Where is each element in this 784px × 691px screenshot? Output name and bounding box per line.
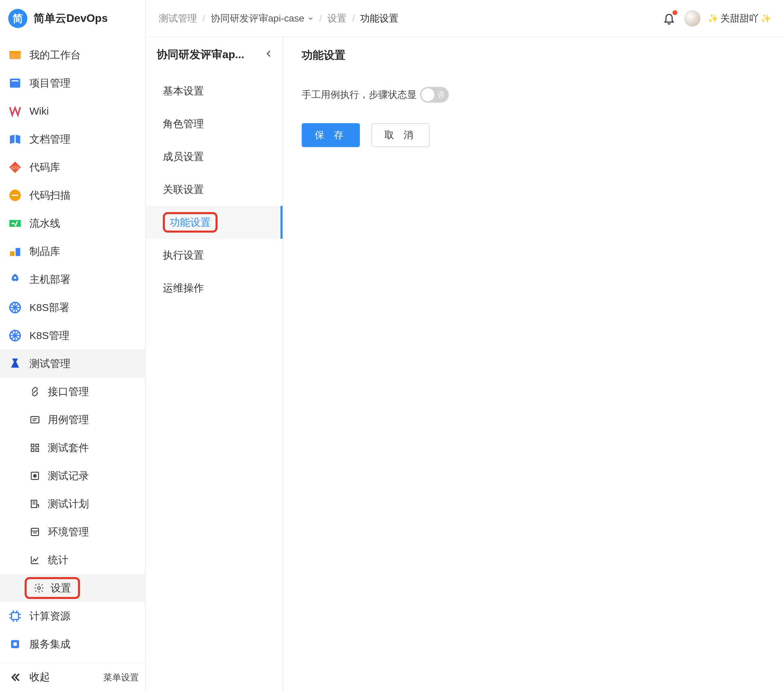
sidebar-item-label: K8S管理 xyxy=(30,329,69,343)
docs-icon xyxy=(8,132,22,146)
sidebar-item-scan[interactable]: 代码扫描 xyxy=(0,181,145,209)
settings-item-label: 关联设置 xyxy=(163,183,204,197)
sidebar-item-label: 设置 xyxy=(51,581,71,595)
form-area: 功能设置 手工用例执行，步骤状态显 否 保 存 取 消 xyxy=(283,37,784,691)
sidebar-item-k8smanage[interactable]: K8S管理 xyxy=(0,322,145,350)
svg-rect-49 xyxy=(13,642,17,646)
sidebar-item-pipeline[interactable]: 流水线 xyxy=(0,209,145,237)
sidebar-item-artifact[interactable]: 制品库 xyxy=(0,237,145,266)
scan-icon xyxy=(8,188,22,202)
settings-item-ops[interactable]: 运维操作 xyxy=(146,272,283,305)
svg-rect-1 xyxy=(9,51,21,53)
save-button[interactable]: 保 存 xyxy=(302,123,360,147)
svg-rect-29 xyxy=(36,449,39,452)
test-icon xyxy=(8,357,22,371)
settings-item-basic[interactable]: 基本设置 xyxy=(146,74,283,107)
brand[interactable]: 简 简单云DevOps xyxy=(0,0,145,37)
sidebar-item-services[interactable]: 服务集成 xyxy=(0,630,145,658)
settings-panel-list: 基本设置 角色管理 成员设置 关联设置 功能设置 执行设置 运维操作 xyxy=(146,73,283,691)
svg-rect-35 xyxy=(31,528,38,535)
form-switch-label: 手工用例执行，步骤状态显 xyxy=(302,88,417,101)
settings-item-roles[interactable]: 角色管理 xyxy=(146,107,283,140)
breadcrumb-item-dropdown[interactable]: 协同研发评审api-case xyxy=(211,12,314,25)
username-menu[interactable]: ✨ 关甜甜吖 ✨ xyxy=(708,12,771,25)
avatar[interactable] xyxy=(684,10,700,27)
sidebar-item-label: 测试计划 xyxy=(48,497,89,511)
settings-panel: 协同研发评审ap... 基本设置 角色管理 成员设置 关联设置 功能设置 执行设… xyxy=(146,37,283,691)
sidebar-sub-suite[interactable]: 测试套件 xyxy=(0,434,145,462)
form-title: 功能设置 xyxy=(302,48,766,63)
settings-item-exec[interactable]: 执行设置 xyxy=(146,239,283,272)
svg-rect-9 xyxy=(16,248,20,256)
sidebar-sub-record[interactable]: 测试记录 xyxy=(0,462,145,490)
sidebar-sub-env[interactable]: 环境管理 xyxy=(0,518,145,546)
nav: 我的工作台 项目管理 Wiki 文档管理 </> 代码库 xyxy=(0,37,145,663)
breadcrumb-item-current: 功能设置 xyxy=(360,12,399,25)
breadcrumb-item[interactable]: 设置 xyxy=(327,12,346,25)
settings-item-label: 角色管理 xyxy=(163,117,204,131)
cpu-icon xyxy=(8,609,22,623)
sidebar-item-host[interactable]: 主机部署 xyxy=(0,266,145,294)
sidebar-collapse[interactable]: 收起 菜单设置 xyxy=(0,663,145,691)
sidebar-sub-stats[interactable]: 统计 xyxy=(0,546,145,574)
settings-panel-back[interactable] xyxy=(264,49,273,61)
settings-item-features[interactable]: 功能设置 xyxy=(146,206,283,239)
sidebar-sub-api-mgmt[interactable]: 接口管理 xyxy=(0,378,145,406)
code-icon: </> xyxy=(8,160,22,174)
env-icon xyxy=(30,526,40,538)
sidebar-item-usergroup[interactable]: 用户组 xyxy=(0,658,145,663)
step-status-toggle[interactable]: 否 xyxy=(420,87,449,102)
notifications-button[interactable] xyxy=(662,11,677,26)
sidebar-item-label: 主机部署 xyxy=(30,273,71,287)
sidebar-item-label: 代码扫描 xyxy=(30,188,71,203)
brand-title: 简单云DevOps xyxy=(33,11,108,26)
sparkle-left-icon: ✨ xyxy=(708,14,718,23)
sidebar-sub-settings[interactable]: 设置 xyxy=(0,574,145,602)
svg-rect-39 xyxy=(12,613,18,620)
form-buttons: 保 存 取 消 xyxy=(302,123,766,147)
menu-settings-link[interactable]: 菜单设置 xyxy=(103,671,139,683)
breadcrumb: 测试管理 / 协同研发评审api-case / 设置 / 功能设置 xyxy=(159,12,399,25)
sidebar-item-label: 测试记录 xyxy=(48,469,89,483)
settings-item-label: 成员设置 xyxy=(163,150,204,164)
link-icon xyxy=(30,386,40,397)
breadcrumb-item[interactable]: 测试管理 xyxy=(159,12,197,25)
cancel-button[interactable]: 取 消 xyxy=(371,123,430,147)
chevron-down-icon xyxy=(307,15,314,22)
svg-point-10 xyxy=(14,277,16,279)
sidebar-item-testmgmt[interactable]: 测试管理 xyxy=(0,350,145,378)
sidebar-item-project[interactable]: 项目管理 xyxy=(0,69,145,97)
main-area: 测试管理 / 协同研发评审api-case / 设置 / 功能设置 ✨ 关甜甜吖 xyxy=(146,0,784,691)
sidebar-item-wiki[interactable]: Wiki xyxy=(0,97,145,125)
sidebar-item-workbench[interactable]: 我的工作台 xyxy=(0,41,145,69)
sidebar-item-label: 项目管理 xyxy=(30,76,71,90)
svg-rect-27 xyxy=(36,444,39,447)
sidebar-item-docs[interactable]: 文档管理 xyxy=(0,125,145,153)
sidebar-item-label: 我的工作台 xyxy=(30,48,81,62)
sidebar-item-code[interactable]: </> 代码库 xyxy=(0,153,145,181)
sidebar-item-label: 测试管理 xyxy=(30,357,71,371)
workbench-icon xyxy=(8,48,22,62)
chart-icon xyxy=(30,554,40,566)
settings-item-label: 功能设置 xyxy=(163,212,217,233)
sidebar-item-k8sdeploy[interactable]: K8S部署 xyxy=(0,294,145,322)
helm-icon xyxy=(8,301,22,314)
gear-icon xyxy=(33,582,44,594)
sidebar-item-compute[interactable]: 计算资源 xyxy=(0,602,145,630)
sidebar-item-label: 文档管理 xyxy=(30,132,71,147)
sidebar-sub-case-mgmt[interactable]: 用例管理 xyxy=(0,406,145,434)
rocket-icon xyxy=(8,273,22,286)
collapse-label: 收起 xyxy=(30,670,50,684)
svg-point-31 xyxy=(33,475,36,477)
chip-icon xyxy=(8,637,22,651)
form-row-switch: 手工用例执行，步骤状态显 否 xyxy=(302,87,766,102)
sidebar-sub-plan[interactable]: 测试计划 xyxy=(0,490,145,518)
chevron-left-icon xyxy=(264,49,273,58)
svg-rect-26 xyxy=(31,444,34,447)
settings-item-relations[interactable]: 关联设置 xyxy=(146,173,283,206)
svg-rect-2 xyxy=(10,79,20,88)
settings-item-label: 运维操作 xyxy=(163,281,204,295)
settings-item-members[interactable]: 成员设置 xyxy=(146,140,283,173)
svg-rect-28 xyxy=(31,449,34,452)
svg-point-38 xyxy=(38,587,40,589)
